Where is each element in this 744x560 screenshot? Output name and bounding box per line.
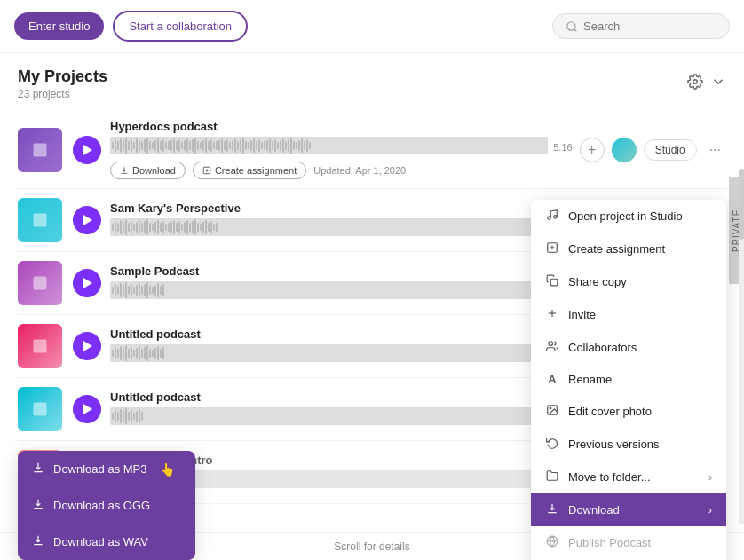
menu-item-label: Publish Podcast xyxy=(568,536,651,549)
svg-point-27 xyxy=(549,342,553,346)
download-wav-label: Download as WAV xyxy=(53,535,148,548)
menu-item-publish[interactable]: Publish Podcast xyxy=(531,526,726,559)
svg-marker-15 xyxy=(83,341,92,351)
download-submenu: Download as MP3 👆 Download as OGG Downlo… xyxy=(18,451,195,560)
menu-item-label: Share copy xyxy=(568,275,627,288)
menu-item-rename[interactable]: A Rename xyxy=(531,364,726,395)
svg-marker-4 xyxy=(83,145,92,155)
project-name: Sample Podcast xyxy=(110,264,573,278)
download-button[interactable]: Download xyxy=(110,162,186,179)
download-icon xyxy=(32,534,44,549)
menu-item-create-assignment[interactable]: Create assignment xyxy=(531,233,726,265)
project-thumbnail xyxy=(18,198,62,242)
play-button[interactable] xyxy=(73,395,101,423)
svg-point-2 xyxy=(693,80,698,84)
project-name: Sam Kary's Perspective xyxy=(110,201,573,215)
chevron-right-icon: › xyxy=(708,470,712,484)
scrollbar-track[interactable] xyxy=(739,169,744,524)
start-collaboration-button[interactable]: Start a collaboration xyxy=(113,11,248,42)
download-mp3-label: Download as MP3 xyxy=(53,462,147,476)
search-input[interactable] xyxy=(583,20,716,33)
play-button[interactable] xyxy=(73,136,101,164)
projects-count: 23 projects xyxy=(18,88,107,100)
projects-title: My Projects xyxy=(18,67,107,86)
chevron-down-icon[interactable] xyxy=(710,74,726,94)
project-info: Untitled podcast 1:15 xyxy=(110,327,573,366)
projects-title-group: My Projects 23 projects xyxy=(18,67,107,100)
svg-point-20 xyxy=(554,216,558,219)
scrollbar-thumb[interactable] xyxy=(739,169,744,240)
add-button[interactable]: + xyxy=(580,138,605,162)
svg-point-0 xyxy=(567,21,575,29)
project-name: Untitled podcast xyxy=(110,390,573,404)
assignment-icon xyxy=(545,241,559,256)
project-info: Sam Kary's Perspective 3:04 xyxy=(110,201,573,240)
play-button[interactable] xyxy=(73,206,101,234)
svg-rect-12 xyxy=(34,277,47,290)
project-name: Untitled podcast xyxy=(110,327,573,341)
header-actions xyxy=(687,74,726,94)
image-icon xyxy=(545,404,559,419)
svg-marker-11 xyxy=(83,215,92,225)
download-icon xyxy=(32,461,44,477)
history-icon xyxy=(545,437,559,452)
menu-item-collaborators[interactable]: Collaborators xyxy=(531,331,726,364)
menu-item-label: Collaborators xyxy=(568,341,637,354)
context-menu: Open project in Studio Create assignment… xyxy=(531,200,726,560)
studio-button[interactable]: Studio xyxy=(644,139,697,161)
menu-item-edit-cover[interactable]: Edit cover photo xyxy=(531,395,726,428)
project-thumbnail xyxy=(18,128,62,172)
project-thumbnail xyxy=(18,324,62,368)
svg-rect-10 xyxy=(34,214,47,227)
projects-header: My Projects 23 projects xyxy=(18,67,726,100)
avatar xyxy=(612,138,637,162)
svg-marker-17 xyxy=(83,404,92,414)
menu-item-label: Create assignment xyxy=(568,242,665,256)
menu-item-share-copy[interactable]: Share copy xyxy=(531,265,726,298)
svg-rect-14 xyxy=(34,340,47,353)
more-options-button[interactable]: ··· xyxy=(704,140,726,160)
menu-item-previous-versions[interactable]: Previous versions xyxy=(531,428,726,461)
project-duration: 5:16 xyxy=(553,142,572,153)
topbar: Enter studio Start a collaboration xyxy=(0,0,744,53)
project-info: Untitled podcast xyxy=(110,390,573,429)
enter-studio-button[interactable]: Enter studio xyxy=(14,12,104,40)
download-ogg-label: Download as OGG xyxy=(53,499,150,512)
plus-icon xyxy=(545,307,559,322)
copy-icon xyxy=(545,274,559,289)
project-thumbnail xyxy=(18,387,62,431)
download-label: Download xyxy=(132,165,176,176)
menu-item-label: Previous versions xyxy=(568,438,660,451)
svg-rect-24 xyxy=(550,279,558,286)
create-assignment-button[interactable]: Create assignment xyxy=(193,162,306,179)
folder-icon xyxy=(545,469,559,485)
menu-item-invite[interactable]: Invite xyxy=(531,298,726,331)
download-ogg-item[interactable]: Download as OGG xyxy=(18,487,195,524)
download-icon xyxy=(32,498,44,513)
download-mp3-item[interactable]: Download as MP3 👆 xyxy=(18,451,195,487)
menu-item-label: Open project in Studio xyxy=(568,209,683,223)
menu-item-download[interactable]: Download › xyxy=(531,493,726,526)
rename-icon: A xyxy=(545,373,559,386)
search-icon xyxy=(566,20,578,33)
row-extras: Download Create assignment Updated: Apr … xyxy=(110,162,573,179)
svg-rect-3 xyxy=(34,143,47,156)
project-thumbnail xyxy=(18,261,62,305)
search-bar xyxy=(552,13,730,39)
table-row: Hyperdocs podcast 5:16 Download xyxy=(18,111,726,189)
main-content: My Projects 23 projects PRIVATE xyxy=(0,53,744,560)
menu-item-open-studio[interactable]: Open project in Studio xyxy=(531,200,726,233)
play-button[interactable] xyxy=(73,269,101,297)
play-button[interactable] xyxy=(73,332,101,360)
menu-item-move-to-folder[interactable]: Move to folder... › xyxy=(531,461,726,493)
svg-point-19 xyxy=(548,217,551,220)
svg-marker-13 xyxy=(83,278,92,288)
settings-icon[interactable] xyxy=(687,74,703,94)
project-info: Hyperdocs podcast 5:16 Download xyxy=(110,120,573,179)
svg-rect-16 xyxy=(34,403,47,416)
menu-item-label: Download xyxy=(568,503,620,517)
updated-date: Updated: Apr 1, 2020 xyxy=(313,165,406,176)
menu-item-label: Move to folder... xyxy=(568,470,651,484)
create-assignment-label: Create assignment xyxy=(215,165,297,176)
download-wav-item[interactable]: Download as WAV xyxy=(18,524,195,560)
